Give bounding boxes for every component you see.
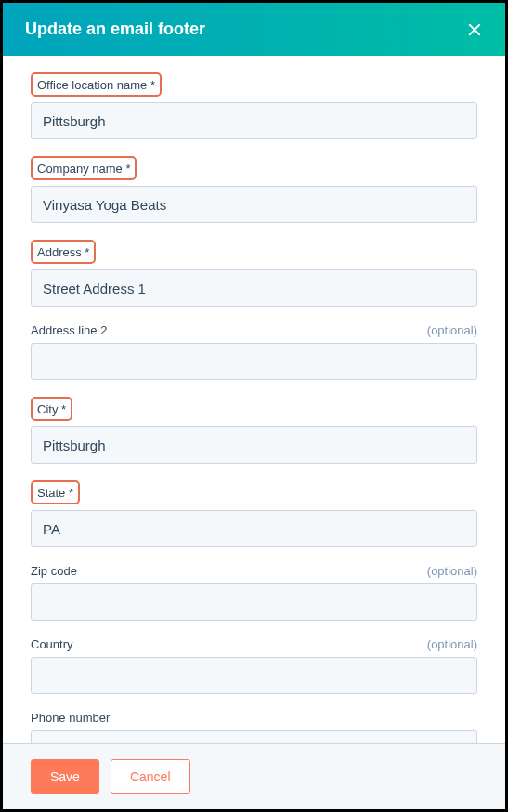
zip-code-optional: (optional) [427,564,477,578]
field-phone-number: Phone number [31,711,477,743]
field-company-name: Company name * [31,156,477,223]
field-address-line-2: Address line 2 (optional) [31,323,477,380]
office-location-input[interactable] [31,102,477,139]
modal-footer: Save Cancel [3,743,505,809]
modal-title: Update an email footer [25,20,205,39]
address-line-2-label: Address line 2 [31,323,107,337]
state-input[interactable] [31,510,477,547]
address-label: Address * [37,245,89,259]
field-country: Country (optional) [31,637,477,694]
save-button[interactable]: Save [31,759,99,794]
field-state: State * [31,480,477,547]
address-line-2-input[interactable] [31,343,477,380]
field-address: Address * [31,240,477,307]
city-input[interactable] [31,426,477,464]
country-label: Country [31,637,73,651]
zip-code-label: Zip code [31,564,77,578]
address-input[interactable] [31,269,477,307]
phone-number-input[interactable] [31,730,477,743]
zip-code-input[interactable] [31,583,477,621]
close-icon[interactable] [466,21,483,38]
field-city: City * [31,397,477,464]
field-zip-code: Zip code (optional) [31,564,477,621]
country-optional: (optional) [427,637,477,651]
address-line-2-optional: (optional) [427,323,477,337]
company-name-label: Company name * [37,162,130,176]
city-label: City * [37,402,66,416]
country-input[interactable] [31,657,477,694]
cancel-button[interactable]: Cancel [111,759,190,794]
office-location-label: Office location name * [37,78,155,92]
company-name-input[interactable] [31,186,477,223]
phone-number-label: Phone number [31,711,110,725]
form-body: Office location name * Company name * Ad… [3,56,505,743]
field-office-location: Office location name * [31,72,477,139]
state-label: State * [37,486,73,500]
modal-header: Update an email footer [3,3,505,56]
